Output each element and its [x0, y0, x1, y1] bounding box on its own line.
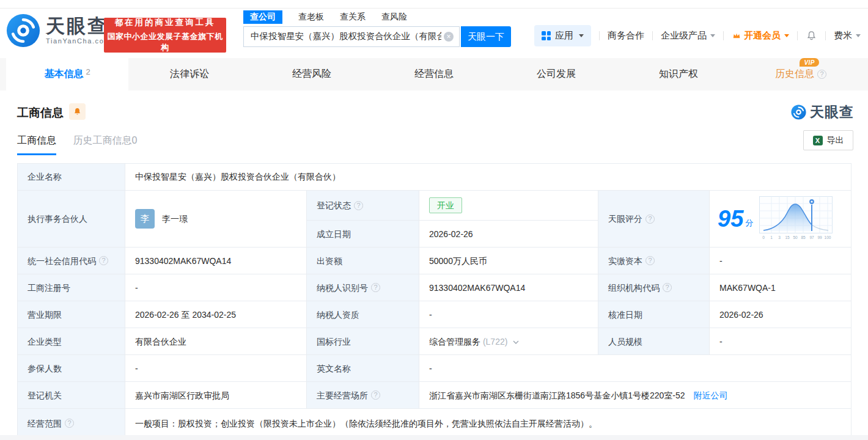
field-label-company-type: 企业类型	[18, 328, 125, 355]
divider	[599, 31, 600, 40]
section-title: 工商信息	[17, 105, 64, 121]
brand-name: 天眼查	[46, 16, 111, 35]
site-address: 浙江省嘉兴市南湖区东栅街道南江路1856号基金小镇1号楼220室-52	[429, 391, 685, 400]
notification-bell-icon[interactable]	[806, 30, 817, 42]
tab-operational-risk[interactable]: 经营风险	[251, 58, 373, 90]
field-value-insured-count: -	[125, 355, 307, 382]
nav-user-menu[interactable]: 费米	[834, 30, 861, 42]
help-icon[interactable]	[817, 70, 826, 79]
help-icon[interactable]	[65, 419, 74, 428]
subtab-bar: 工商信息 历史工商信息0 导出	[0, 134, 868, 159]
field-label-industry: 国标行业	[307, 328, 419, 355]
tab-intellectual-property[interactable]: 知识产权	[617, 58, 740, 90]
nav-business-coop[interactable]: 商务合作	[608, 30, 644, 42]
field-value-english-name: -	[419, 355, 851, 382]
svg-text:1: 1	[770, 235, 773, 240]
field-label-insured-count: 参保人数	[18, 355, 125, 382]
svg-text:99: 99	[818, 235, 823, 240]
page-tab-bar: 基本信息 2 法律诉讼 经营风险 经营信息 公司发展 知识产权 VIP 历史信息	[0, 58, 868, 90]
search-input[interactable]	[244, 27, 441, 45]
monitor-bell-button[interactable]	[69, 103, 86, 120]
help-icon[interactable]	[354, 201, 363, 210]
help-icon[interactable]	[371, 283, 380, 292]
search-input-wrap	[243, 26, 460, 47]
field-value-org-code: MAK67WQA-1	[710, 274, 851, 301]
top-nav: 应用 商务合作 企业级产品 开通会员 费米	[534, 25, 861, 46]
subtab-history-business-info[interactable]: 历史工商信息0	[73, 134, 137, 155]
help-icon[interactable]	[645, 256, 655, 265]
chevron-down-icon[interactable]	[513, 340, 519, 344]
search-tab-relation[interactable]: 查关系	[340, 10, 366, 24]
subtab-business-info[interactable]: 工商信息	[17, 134, 56, 155]
field-label-establish-date: 成立日期	[307, 221, 419, 248]
score-distribution-chart: 0 1 3 15 50 85 97 99 100	[759, 196, 833, 241]
divider	[825, 31, 826, 40]
svg-text:100: 100	[825, 235, 831, 240]
tianyancha-logo-icon	[6, 13, 40, 48]
industry-name: 综合管理服务	[429, 337, 480, 346]
brand-domain: TianYanCha.com	[46, 37, 111, 45]
partner-name-link[interactable]: 李一璟	[162, 213, 188, 225]
svg-text:3: 3	[778, 235, 781, 240]
search-tab-risk[interactable]: 查风险	[381, 10, 407, 24]
field-value-paid-capital: -	[710, 248, 851, 274]
field-label-paid-capital: 实缴资本	[598, 248, 710, 274]
help-icon[interactable]	[663, 283, 672, 292]
tianyancha-logo-icon	[791, 105, 806, 120]
main-content: 工商信息 天眼查 工商信息 历史工商信息0 导出	[0, 90, 868, 438]
divider	[652, 31, 653, 40]
field-label-credit-code: 统一社会信用代码	[18, 248, 125, 274]
help-icon[interactable]	[371, 391, 380, 400]
business-info-table: 企业名称 中保投智星安（嘉兴）股权投资合伙企业（有限合伙） 执行事务合伙人 李 …	[17, 163, 851, 438]
help-icon[interactable]	[645, 215, 655, 224]
page: 天眼查 TianYanCha.com 都在用的商业查询工具 国家中小企业发展子基…	[0, 0, 868, 440]
field-value-business-term: 2026-02-26 至 2034-02-25	[125, 301, 307, 328]
field-value-company-type: 有限合伙企业	[125, 328, 307, 355]
tab-history-info[interactable]: VIP 历史信息	[740, 58, 862, 90]
bottom-strip	[0, 435, 868, 440]
export-button[interactable]: 导出	[803, 130, 853, 150]
field-label-english-name: 英文名称	[307, 355, 419, 382]
brand-logo[interactable]: 天眼查 TianYanCha.com	[6, 13, 111, 48]
search-tab-boss[interactable]: 查老板	[298, 10, 324, 24]
search-button[interactable]: 天眼一下	[461, 26, 511, 47]
partner-avatar: 李	[135, 209, 155, 229]
divider	[723, 31, 724, 40]
field-label-tianyan-score: 天眼评分	[598, 191, 710, 248]
nav-enterprise-products[interactable]: 企业级产品	[661, 30, 715, 42]
nearby-companies-link[interactable]: 附近公司	[693, 391, 727, 400]
search-area: 查公司 查老板 查关系 查风险 天眼一下	[243, 10, 511, 47]
tab-business-info[interactable]: 经营信息	[373, 58, 495, 90]
username-label: 费米	[834, 30, 852, 42]
tab-legal-litigation[interactable]: 法律诉讼	[128, 58, 251, 90]
field-value-business-site: 浙江省嘉兴市南湖区东栅街道南江路1856号基金小镇1号楼220室-52 附近公司	[419, 382, 851, 409]
clear-icon[interactable]	[444, 32, 454, 42]
slogan-line1: 都在用的商业查询工具	[104, 17, 226, 28]
chevron-down-icon	[856, 34, 861, 37]
tab-company-development[interactable]: 公司发展	[495, 58, 617, 90]
search-tab-company[interactable]: 查公司	[243, 10, 282, 24]
field-value-tianyan-score: 95 分	[710, 191, 851, 248]
tab-basic-info[interactable]: 基本信息 2	[6, 58, 128, 90]
field-value-approval-date: 2026-02-26	[710, 301, 851, 328]
field-value-business-scope: 一般项目：股权投资；创业投资（限投资未上市企业）（除依法须经批准的项目外，凭营业…	[125, 409, 851, 438]
svg-text:50: 50	[793, 235, 798, 240]
slogan-banner: 都在用的商业查询工具 国家中小企业发展子基金旗下机构	[104, 18, 226, 53]
apps-menu-button[interactable]: 应用	[534, 25, 591, 46]
svg-text:15: 15	[785, 235, 790, 240]
field-value-capital: 50000万人民币	[419, 248, 598, 274]
site-header: 天眼查 TianYanCha.com 都在用的商业查询工具 国家中小企业发展子基…	[0, 9, 868, 57]
field-value-registration-authority: 嘉兴市南湖区行政审批局	[125, 382, 307, 409]
field-label-executive-partner: 执行事务合伙人	[18, 191, 125, 248]
tab-label: 历史信息	[775, 68, 814, 81]
nav-open-vip[interactable]: 开通会员	[732, 30, 789, 42]
watermark-logo: 天眼查	[791, 103, 854, 122]
field-label-taxpayer-qualification: 纳税人资质	[307, 301, 419, 328]
chevron-down-icon	[579, 34, 584, 37]
help-icon[interactable]	[99, 256, 108, 265]
crown-icon	[732, 31, 741, 41]
apps-grid-icon	[542, 31, 551, 40]
field-label-company-name: 企业名称	[18, 164, 125, 191]
field-value-company-name: 中保投智星安（嘉兴）股权投资合伙企业（有限合伙）	[125, 164, 851, 191]
field-label-registration-authority: 登记机关	[18, 382, 125, 409]
